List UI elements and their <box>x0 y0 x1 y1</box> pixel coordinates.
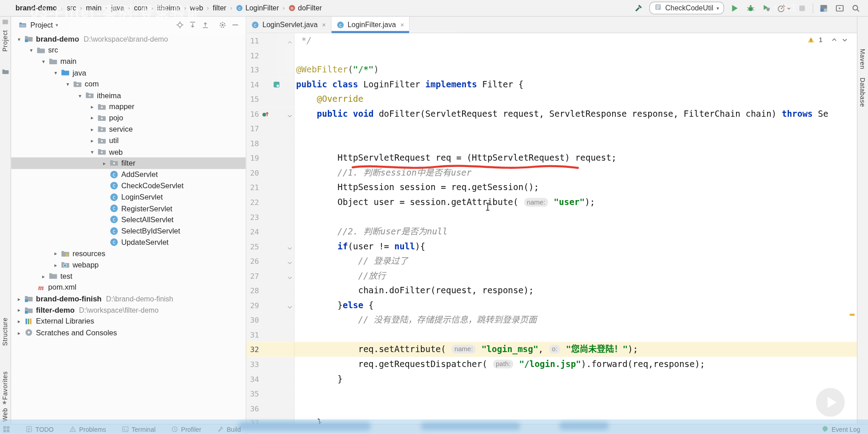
breadcrumb-item-java[interactable]: java <box>111 4 124 12</box>
chevron-right-icon[interactable]: ▸ <box>99 160 109 166</box>
tree-item-util[interactable]: ▸util <box>11 135 245 146</box>
toolwindow-button-web[interactable]: Web <box>2 408 9 422</box>
code-line-13[interactable]: 13@WebFilter("/*") <box>246 62 857 77</box>
filter-class-gutter-icon[interactable] <box>273 81 281 91</box>
scrollbar-warning-stripe[interactable] <box>850 314 855 316</box>
chevron-right-icon[interactable]: ▸ <box>87 126 97 132</box>
fold-marker-icon[interactable] <box>287 258 292 268</box>
tree-item-selectbyidservlet[interactable]: cSelectByIdServlet <box>11 225 245 237</box>
profiler-button[interactable] <box>777 3 792 14</box>
tree-item-mapper[interactable]: ▸mapper <box>11 101 245 112</box>
code-line-24[interactable]: 24 //2. 判断user是否为null <box>246 224 857 239</box>
toolwindow-button-database[interactable]: Database <box>859 77 866 107</box>
close-icon[interactable]: × <box>401 21 405 29</box>
project-folder-icon[interactable] <box>2 67 9 77</box>
code-line-35[interactable]: 35 <box>246 386 857 401</box>
tool-windows-icon[interactable] <box>818 3 829 14</box>
tree-item-external-libraries[interactable]: ▸External Libraries <box>11 316 245 327</box>
bottom-bar-event-log[interactable]: Event Log <box>831 426 860 433</box>
tree-item-updateservlet[interactable]: cUpdateServlet <box>11 237 245 248</box>
code-line-32[interactable]: 32 req.setAttribute( name: "login_msg", … <box>246 342 857 357</box>
bottom-bar-problems[interactable]: Problems <box>69 425 106 433</box>
code-line-26[interactable]: 26 // 登录过了 <box>246 254 857 269</box>
chevron-down-icon[interactable]: ▾ <box>56 22 58 28</box>
run-configuration-select[interactable]: CheckCodeUtil ▾ <box>649 2 724 14</box>
code-line-15[interactable]: 15 @Override <box>246 92 857 107</box>
hide-panel-icon[interactable] <box>230 20 240 30</box>
fold-marker-icon[interactable] <box>287 302 292 312</box>
tree-item-scratches-and-consoles[interactable]: ▸Scratches and Consoles <box>11 327 245 339</box>
locate-file-icon[interactable] <box>175 20 185 30</box>
bottom-bar-profiler[interactable]: Profiler <box>171 425 201 433</box>
tree-item-selectallservlet[interactable]: cSelectAllServlet <box>11 214 245 225</box>
chevron-down-icon[interactable]: ▾ <box>39 58 48 64</box>
code-line-16[interactable]: 16 public void doFilter(ServletRequest r… <box>246 107 857 122</box>
code-line-19[interactable]: 19 HttpServletRequest req = (HttpServlet… <box>246 151 857 166</box>
code-line-27[interactable]: 27 //放行 <box>246 269 857 284</box>
build-hammer-icon[interactable] <box>633 3 644 14</box>
chevron-down-icon[interactable]: ▾ <box>14 36 24 42</box>
toolwindow-button-favorites[interactable]: Favorites <box>2 371 9 400</box>
tree-item-service[interactable]: ▸service <box>11 124 245 135</box>
breadcrumb-item-brand-demo[interactable]: brand-demo <box>15 4 57 12</box>
fold-marker-icon[interactable] <box>287 273 292 283</box>
tree-item-web[interactable]: ▾web <box>11 146 245 157</box>
code-line-29[interactable]: 29 }else { <box>246 298 857 313</box>
code-line-31[interactable]: 31 <box>246 328 857 343</box>
chevron-right-icon[interactable]: ▸ <box>87 138 97 143</box>
chevron-right-icon[interactable]: ▸ <box>51 251 61 257</box>
code-line-21[interactable]: 21 HttpSession session = req.getSession(… <box>246 181 857 196</box>
project-panel-title[interactable]: Project <box>30 21 53 29</box>
breadcrumb-item-filter[interactable]: filter <box>213 4 226 12</box>
tree-item-registerservlet[interactable]: cRegisterServlet <box>11 203 245 214</box>
toolwindow-button-maven[interactable]: Maven <box>859 49 866 69</box>
next-warning-icon[interactable] <box>841 37 848 43</box>
tree-item-loginservlet[interactable]: cLoginServlet <box>11 191 245 203</box>
close-icon[interactable]: × <box>322 21 326 29</box>
tree-item-filter-demo[interactable]: ▸filter-demoD:\workspace\filter-demo <box>11 305 245 316</box>
toolwindow-button-structure[interactable]: Structure <box>2 318 9 346</box>
tree-item-main[interactable]: ▾main <box>11 56 245 67</box>
chevron-down-icon[interactable]: ▾ <box>75 92 85 98</box>
tree-item-filter[interactable]: ▸filter <box>11 157 245 169</box>
code-line-25[interactable]: 25 if(user != null){ <box>246 239 857 254</box>
bottom-bar-build[interactable]: Build <box>217 425 241 433</box>
tree-item-brand-demo[interactable]: ▾brand-demoD:\workspace\brand-demo <box>11 33 245 44</box>
chevron-right-icon[interactable]: ▸ <box>87 115 97 121</box>
tree-item-java[interactable]: ▾java <box>11 67 245 78</box>
code-line-20[interactable]: 20 //1. 判断session中是否有user <box>246 166 857 181</box>
code-line-28[interactable]: 28 chain.doFilter(request, response); <box>246 283 857 298</box>
run-button[interactable] <box>729 3 740 14</box>
breadcrumb-item-main[interactable]: main <box>86 4 102 12</box>
code-line-12[interactable]: 12 <box>246 48 857 63</box>
chevron-right-icon[interactable]: ▸ <box>87 104 97 110</box>
tree-item-addservlet[interactable]: cAddServlet <box>11 169 245 180</box>
prev-warning-icon[interactable] <box>831 37 838 43</box>
code-line-37[interactable]: 37 } <box>246 416 857 424</box>
chevron-right-icon[interactable]: ▸ <box>14 307 24 313</box>
breadcrumb-item-itheima[interactable]: itheima <box>157 4 180 12</box>
tab-loginfilter-java[interactable]: cLoginFilter.java× <box>331 17 410 33</box>
code-area[interactable]: 11 */1213@WebFilter("/*")14public class … <box>246 33 857 424</box>
debug-button[interactable] <box>745 3 756 14</box>
tree-item-pojo[interactable]: ▸pojo <box>11 112 245 124</box>
chevron-down-icon[interactable]: ▾ <box>63 81 73 87</box>
chevron-down-icon[interactable]: ▾ <box>87 149 97 155</box>
code-line-34[interactable]: 34 } <box>246 372 857 386</box>
chevron-down-icon[interactable]: ▾ <box>27 47 36 53</box>
toolwindow-switcher-icon[interactable] <box>3 425 10 433</box>
tree-item-itheima[interactable]: ▾itheima <box>11 90 245 101</box>
tree-item-resources[interactable]: ▸resources <box>11 248 245 259</box>
breadcrumb-item-web[interactable]: web <box>190 4 203 12</box>
breadcrumb-item-loginfilter[interactable]: cLoginFilter <box>236 4 279 12</box>
chevron-right-icon[interactable]: ▸ <box>14 318 24 324</box>
tree-item-checkcodeservlet[interactable]: cCheckCodeServlet <box>11 180 245 191</box>
code-line-17[interactable]: 17 <box>246 122 857 137</box>
tree-item-src[interactable]: ▾src <box>11 44 245 56</box>
collapse-all-icon[interactable] <box>200 20 210 30</box>
expand-all-icon[interactable] <box>188 20 198 30</box>
tree-item-webapp[interactable]: ▸webapp <box>11 259 245 271</box>
breadcrumb-item-dofilter[interactable]: mdoFilter <box>288 4 322 12</box>
chevron-right-icon[interactable]: ▸ <box>39 273 48 279</box>
chevron-right-icon[interactable]: ▸ <box>51 262 61 268</box>
